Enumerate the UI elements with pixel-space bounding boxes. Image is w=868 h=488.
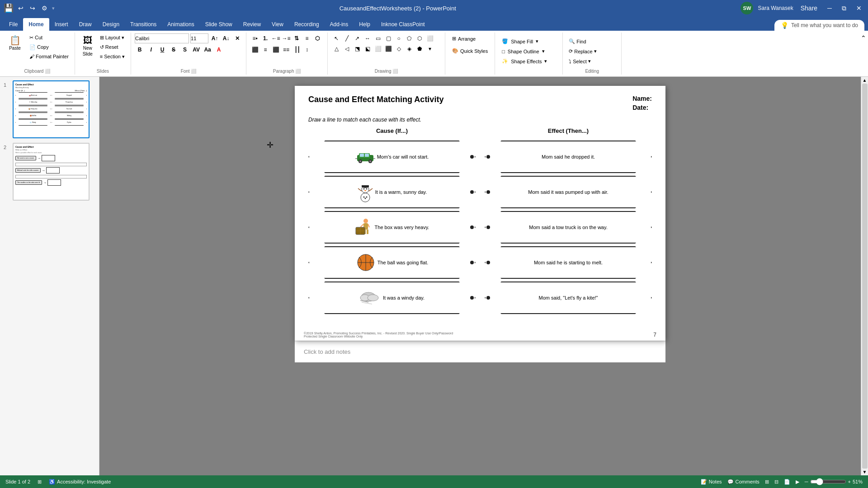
collapse-ribbon-button[interactable]: ⌃: [861, 34, 866, 42]
shape4-tool[interactable]: ⬕: [363, 44, 373, 54]
notes-bar[interactable]: Click to add notes: [295, 341, 665, 362]
round-rect-tool[interactable]: ▢: [383, 33, 393, 43]
change-case-button[interactable]: Aa: [203, 45, 212, 55]
arrow-tool[interactable]: ↗: [352, 33, 362, 43]
shape7-tool[interactable]: ◇: [394, 44, 404, 54]
align-text-button[interactable]: ≡: [302, 33, 312, 43]
align-right-button[interactable]: ⬛: [271, 45, 281, 55]
customize-qat-button[interactable]: ⚙: [40, 4, 49, 13]
line-spacing-button[interactable]: ↕: [302, 45, 312, 55]
share-button[interactable]: Share: [798, 4, 820, 13]
slide-thumb-2[interactable]: 2 Cause and Effect Write an Effect Write…: [4, 143, 95, 201]
arrange-button[interactable]: ⊞Arrange: [449, 33, 479, 44]
bullets-button[interactable]: ≡•: [250, 33, 260, 43]
notes-placeholder[interactable]: Click to add notes: [304, 348, 350, 355]
new-slide-button[interactable]: 🖼 New Slide: [79, 33, 97, 59]
scroll-down-button[interactable]: ▼: [863, 469, 867, 474]
double-arrow-tool[interactable]: ↔: [363, 33, 373, 43]
char-spacing-button[interactable]: AV: [191, 45, 201, 55]
decrease-indent-button[interactable]: ←≡: [271, 33, 281, 43]
tab-recording[interactable]: Recording: [289, 18, 325, 31]
clear-format-button[interactable]: ✕: [232, 33, 242, 43]
strikethrough-button[interactable]: S: [169, 45, 179, 55]
smartart-button[interactable]: ⬡: [312, 33, 322, 43]
font-name-input[interactable]: [135, 33, 189, 43]
tab-review[interactable]: Review: [238, 18, 266, 31]
tab-home[interactable]: Home: [23, 18, 49, 31]
format-painter-button[interactable]: 🖌 Format Painter: [27, 52, 71, 61]
zoom-in-button[interactable]: +: [848, 479, 851, 484]
align-left-button[interactable]: ⬛: [250, 45, 260, 55]
cut-button[interactable]: ✂ Cut: [27, 33, 71, 42]
zoom-out-button[interactable]: ─: [805, 479, 808, 484]
scroll-up-button[interactable]: ▲: [863, 78, 867, 83]
decrease-font-button[interactable]: A↓: [221, 33, 231, 43]
find-button[interactable]: 🔍 Find: [566, 37, 599, 46]
comments-button[interactable]: 💬 Comments: [727, 479, 760, 485]
slide-img-2[interactable]: Cause and Effect Write an Effect Write a…: [13, 143, 90, 201]
slide-canvas[interactable]: Cause and Effect Matching Activity Name:…: [295, 86, 665, 341]
shape2-tool[interactable]: ⬡: [415, 33, 425, 43]
bold-button[interactable]: B: [135, 45, 145, 55]
line-tool[interactable]: ╱: [342, 33, 352, 43]
replace-button[interactable]: ⟳ Replace ▾: [566, 47, 599, 56]
scroll-thumb[interactable]: [862, 84, 868, 469]
tab-transitions[interactable]: Transitions: [125, 18, 162, 31]
reset-button[interactable]: ↺ Reset: [98, 43, 127, 52]
slide-img-1[interactable]: Cause and Effect Matching Activity Cause…: [13, 80, 90, 138]
underline-button[interactable]: U: [157, 45, 167, 55]
quick-styles-button[interactable]: 🎨Quick Styles: [449, 46, 491, 56]
tell-me-bar[interactable]: 💡 Tell me what you want to do: [774, 20, 864, 31]
shadow-button[interactable]: S: [180, 45, 190, 55]
paste-button[interactable]: 📋 Paste: [4, 33, 26, 53]
shape6-tool[interactable]: ⬛: [383, 44, 393, 54]
accessibility-button[interactable]: ♿ Accessibility: Investigate: [49, 479, 111, 485]
shape5-tool[interactable]: ⬜: [373, 44, 383, 54]
oval-tool[interactable]: ○: [394, 33, 404, 43]
font-size-input[interactable]: [190, 33, 208, 43]
select-button[interactable]: ⤵ Select ▾: [566, 57, 599, 66]
slide-sorter-button[interactable]: ⊟: [774, 479, 778, 485]
copy-button[interactable]: 📄 Copy: [27, 43, 71, 52]
tab-slideshow[interactable]: Slide Show: [200, 18, 238, 31]
shape3-tool[interactable]: ⬔: [352, 44, 362, 54]
triangle-tool[interactable]: △: [331, 44, 341, 54]
user-avatar[interactable]: SW: [741, 2, 753, 14]
shape-effects-button[interactable]: ✨ Shape Effects ▾: [499, 57, 550, 66]
undo-button[interactable]: ↩: [16, 4, 25, 13]
italic-button[interactable]: I: [146, 45, 156, 55]
shape1-tool[interactable]: ⬠: [404, 33, 414, 43]
tab-view[interactable]: View: [266, 18, 289, 31]
shape-outline-button[interactable]: □ Shape Outline ▾: [499, 47, 550, 56]
slide-thumb-1[interactable]: 1 Cause and Effect Matching Activity Cau…: [4, 80, 95, 138]
tab-animations[interactable]: Animations: [162, 18, 199, 31]
zoom-slider[interactable]: [810, 478, 846, 485]
tab-file[interactable]: File: [4, 18, 23, 31]
notes-button[interactable]: 📝 Notes: [701, 479, 722, 485]
tab-design[interactable]: Design: [97, 18, 125, 31]
text-direction-button[interactable]: ⇅: [292, 33, 302, 43]
section-button[interactable]: ≡ Section ▾: [98, 52, 127, 61]
layout-button[interactable]: ⊞ Layout ▾: [98, 33, 127, 42]
column-button[interactable]: ⎥⎥: [292, 45, 302, 55]
rtri-tool[interactable]: ◁: [342, 44, 352, 54]
minimize-button[interactable]: ─: [825, 4, 835, 13]
restore-button[interactable]: ⧉: [839, 4, 849, 13]
more-tool[interactable]: ▾: [425, 44, 435, 54]
shape9-tool[interactable]: ⬟: [415, 44, 425, 54]
tab-help[interactable]: Help: [354, 18, 376, 31]
select-tool[interactable]: ↖: [331, 33, 341, 43]
tab-draw[interactable]: Draw: [74, 18, 97, 31]
rect-tool[interactable]: ▭: [373, 33, 383, 43]
shape8-tool[interactable]: ◈: [404, 44, 414, 54]
increase-font-button[interactable]: A↑: [210, 33, 220, 43]
reading-view-button[interactable]: 📄: [784, 479, 790, 485]
numbering-button[interactable]: 1.: [260, 33, 270, 43]
font-color-button[interactable]: A: [214, 45, 224, 55]
justify-button[interactable]: ≡≡: [281, 45, 291, 55]
center-button[interactable]: ≡: [260, 45, 270, 55]
normal-view-button[interactable]: ⊞: [765, 479, 769, 485]
tab-addins[interactable]: Add-ins: [325, 18, 354, 31]
tab-inknoe[interactable]: Inknoe ClassPoint: [376, 18, 430, 31]
close-button[interactable]: ✕: [854, 4, 864, 13]
